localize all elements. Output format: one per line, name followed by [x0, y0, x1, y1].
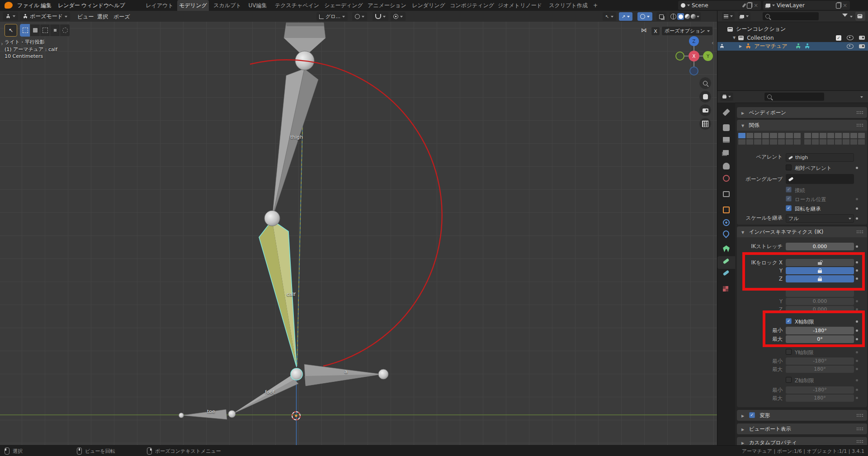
keyframe-dot[interactable] [856, 277, 858, 280]
workspace-tab[interactable]: シェーディング [324, 0, 363, 11]
outliner-row-scene-collection[interactable]: シーンコレクション [717, 25, 868, 33]
workspace-tab[interactable]: ジオメトリノード [497, 0, 542, 11]
workspace-tab[interactable]: レイアウト [146, 0, 174, 11]
outliner-row-collection[interactable]: ▼ Collection [717, 33, 868, 42]
axis-gizmo[interactable]: Z X Y [674, 34, 715, 80]
panel-drag-grip[interactable] [856, 123, 863, 127]
eye-icon[interactable] [847, 44, 854, 49]
tab-output-properties[interactable] [723, 137, 730, 143]
limit-x-min-slider[interactable]: -180° [786, 327, 854, 334]
snap-toggle[interactable] [373, 12, 388, 21]
pose-menu[interactable]: ポーズ [113, 13, 130, 21]
menu-render[interactable]: レンダー [58, 2, 80, 9]
workspace-tab[interactable]: レンダリング [410, 0, 447, 11]
menu-file[interactable]: ファイル [17, 2, 39, 9]
delete-scene-icon[interactable]: × [754, 2, 758, 9]
keyframe-dot[interactable] [856, 269, 858, 272]
scene-selector[interactable]: Scene × [678, 1, 761, 10]
eye-icon[interactable] [847, 35, 854, 40]
outliner-filter-mode-button[interactable] [738, 12, 750, 20]
panel-drag-grip[interactable] [856, 427, 863, 431]
workspace-tab-active[interactable]: モデリング [177, 0, 209, 11]
select-extend-tool-button[interactable] [30, 24, 40, 37]
inherit-scale-dropdown[interactable]: フル [786, 214, 854, 223]
workspace-tab[interactable]: スカルプト [212, 0, 242, 11]
shading-wireframe-icon[interactable] [670, 14, 676, 19]
blender-logo-icon[interactable] [5, 2, 13, 9]
bone-layers-grid-right[interactable] [804, 133, 865, 145]
panel-drag-grip[interactable] [856, 111, 863, 115]
viewport-3d[interactable]: thigh calf foot toe a ↖ › ‹ ライト・平行投影 (1)… [0, 22, 717, 445]
ortho-toggle-button[interactable] [699, 118, 712, 130]
filter-funnel-icon[interactable] [842, 14, 848, 17]
keyframe-dot[interactable] [856, 245, 858, 248]
delete-viewlayer-icon[interactable]: × [843, 2, 847, 9]
select-box-tool-button[interactable] [20, 24, 30, 37]
bone-group-field[interactable] [786, 174, 854, 184]
ik-lock-x-button[interactable] [786, 259, 854, 266]
outliner-search-input[interactable] [763, 12, 819, 20]
select-intersect-tool-button[interactable] [60, 24, 70, 37]
tab-render-properties[interactable] [723, 124, 730, 131]
menu-window[interactable]: ウィンドウ [81, 2, 109, 9]
xray-toggle[interactable] [656, 12, 666, 21]
new-collection-button[interactable] [855, 12, 865, 21]
shading-rendered-icon[interactable] [691, 14, 696, 19]
copy-scene-icon[interactable] [747, 3, 752, 9]
keyframe-dot[interactable] [856, 207, 858, 210]
panel-deform[interactable]: ▶ 変形 [737, 410, 867, 421]
keyframe-dot[interactable] [856, 320, 858, 323]
mirror-x-button[interactable]: X [651, 27, 660, 36]
overlays-toggle[interactable] [637, 12, 652, 21]
select-invert-tool-button[interactable] [50, 24, 60, 37]
copy-viewlayer-icon[interactable] [836, 3, 841, 9]
workspace-tab[interactable]: テクスチャペイント [273, 0, 321, 11]
editor-type-button[interactable] [3, 12, 18, 20]
limit-x-checkbox[interactable] [786, 318, 792, 324]
limit-z-checkbox[interactable] [786, 377, 792, 383]
menu-help[interactable]: ヘルプ [108, 2, 125, 9]
properties-search-input[interactable] [764, 93, 824, 101]
properties-context-button[interactable] [720, 93, 733, 101]
workspace-tab[interactable]: UV編集 [245, 0, 270, 11]
parent-field[interactable]: thigh [786, 153, 854, 162]
tab-texture-properties[interactable] [723, 286, 728, 291]
outliner-row-armature-selected[interactable]: ▶ アーマチュア [717, 42, 868, 51]
keyframe-dot[interactable] [856, 217, 858, 220]
panel-drag-grip[interactable] [856, 440, 863, 444]
select-subtract-tool-button[interactable] [40, 24, 50, 37]
gizmos-toggle[interactable]: ↗ [619, 12, 632, 21]
limit-y-checkbox[interactable] [786, 349, 792, 355]
workspace-tab[interactable]: コンポジティング [449, 0, 495, 11]
disclosure-open-icon[interactable]: ▼ [733, 36, 736, 40]
panel-custom-properties[interactable]: ▶ カスタムプロパティ [737, 437, 867, 446]
zoom-button[interactable] [699, 77, 712, 89]
disclosure-closed-icon[interactable]: ▶ [739, 44, 742, 48]
limit-x-max-slider[interactable]: 0° [786, 335, 854, 343]
tab-object-constraint-properties[interactable] [722, 229, 731, 238]
ik-lock-z-button[interactable] [786, 275, 854, 282]
shading-solid-icon[interactable] [677, 13, 684, 20]
workspace-tab[interactable]: スクリプト作成 [547, 0, 590, 11]
shading-material-icon[interactable] [685, 14, 690, 19]
proportional-editing-toggle[interactable] [391, 12, 406, 21]
keyframe-dot[interactable] [856, 261, 858, 263]
tweak-tool-button[interactable]: ↖ [5, 24, 17, 37]
keyframe-dot[interactable] [856, 198, 858, 200]
keyframe-dot[interactable] [856, 329, 858, 332]
panel-ik[interactable]: ▼ インバースキネマティクス (IK) [737, 226, 867, 237]
ik-stretch-slider[interactable]: 0.000 [786, 243, 854, 250]
keyframe-dot[interactable] [856, 338, 858, 340]
toolbar-expand-arrow[interactable]: › [1, 41, 3, 47]
menu-edit[interactable]: 編集 [41, 2, 52, 9]
panel-bendy-bones[interactable]: ▶ ベンディボーン [737, 107, 867, 118]
outliner-display-mode-button[interactable] [722, 12, 735, 20]
panel-drag-grip[interactable] [856, 230, 863, 234]
mirror-icon[interactable]: ⋈ [641, 27, 647, 33]
tab-tool-properties[interactable] [722, 108, 730, 116]
camera-view-button[interactable] [699, 104, 712, 117]
collection-checkbox[interactable] [836, 35, 841, 41]
select-menu[interactable]: 選択 [97, 13, 108, 21]
pin-icon[interactable] [742, 3, 746, 8]
keyframe-dot[interactable] [856, 167, 858, 169]
